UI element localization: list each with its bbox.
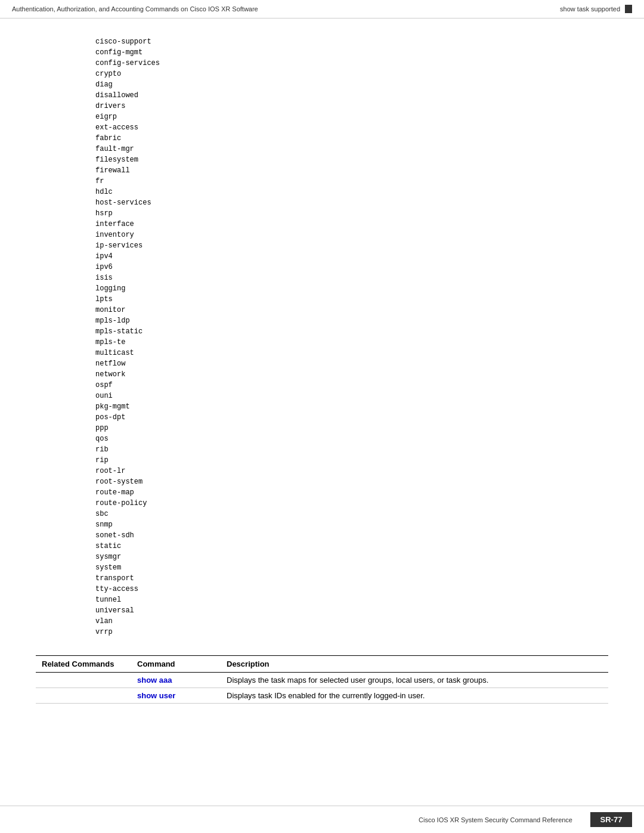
code-line: ospf: [95, 380, 608, 391]
code-line: hsrp: [95, 208, 608, 219]
header-right: show task supported: [560, 5, 632, 13]
code-line: rip: [95, 455, 608, 466]
code-line: diag: [95, 79, 608, 90]
table-row: show userDisplays task IDs enabled for t…: [36, 688, 608, 704]
row-label: [36, 688, 131, 704]
code-line: ipv4: [95, 251, 608, 262]
row-description: Displays the task maps for selected user…: [221, 673, 608, 688]
page-header: Authentication, Authorization, and Accou…: [0, 0, 644, 18]
code-line: route-map: [95, 487, 608, 498]
table-header-row: Related Commands Command Description: [36, 656, 608, 673]
code-line: ext-access: [95, 122, 608, 133]
code-line: static: [95, 541, 608, 552]
code-line: pos-dpt: [95, 412, 608, 423]
main-content: cisco-supportconfig-mgmtconfig-servicesc…: [0, 18, 644, 727]
page-footer: Cisco IOS XR System Security Command Ref…: [0, 806, 644, 833]
code-line: transport: [95, 573, 608, 584]
header-left-text: Authentication, Authorization, and Accou…: [12, 5, 258, 13]
code-block: cisco-supportconfig-mgmtconfig-servicesc…: [36, 36, 608, 637]
row-command[interactable]: show user: [131, 688, 221, 704]
code-line: root-system: [95, 476, 608, 487]
page: Authentication, Authorization, and Accou…: [0, 0, 644, 833]
code-line: fabric: [95, 133, 608, 144]
related-commands-section: Related Commands Command Description sho…: [36, 655, 608, 704]
related-commands-label: Related Commands: [36, 656, 131, 673]
code-line: cisco-support: [95, 36, 608, 47]
code-line: sysmgr: [95, 552, 608, 562]
code-line: isis: [95, 272, 608, 283]
code-line: filesystem: [95, 154, 608, 165]
code-line: ouni: [95, 391, 608, 401]
code-line: fr: [95, 176, 608, 187]
header-right-text: show task supported: [560, 5, 620, 13]
code-line: eigrp: [95, 112, 608, 122]
code-line: vrrp: [95, 627, 608, 637]
code-line: mpls-ldp: [95, 315, 608, 326]
footer-center-text: Cisco IOS XR System Security Command Ref…: [292, 816, 590, 823]
code-line: firewall: [95, 165, 608, 176]
code-line: logging: [95, 283, 608, 294]
code-line: fault-mgr: [95, 144, 608, 154]
code-line: sbc: [95, 509, 608, 519]
code-line: host-services: [95, 197, 608, 208]
code-line: ip-services: [95, 240, 608, 251]
code-line: pkg-mgmt: [95, 401, 608, 412]
header-bar-icon: [625, 5, 632, 13]
code-line: mpls-te: [95, 337, 608, 348]
code-line: netflow: [95, 358, 608, 369]
row-command[interactable]: show aaa: [131, 673, 221, 688]
code-line: universal: [95, 605, 608, 616]
code-line: mpls-static: [95, 326, 608, 337]
code-line: drivers: [95, 101, 608, 112]
code-line: interface: [95, 219, 608, 230]
code-line: ipv6: [95, 262, 608, 272]
code-line: root-lr: [95, 466, 608, 476]
description-col-header: Description: [221, 656, 608, 673]
code-line: hdlc: [95, 187, 608, 197]
row-label: [36, 673, 131, 688]
page-number: SR-77: [590, 812, 632, 827]
code-line: system: [95, 562, 608, 573]
code-line: lpts: [95, 294, 608, 305]
code-line: monitor: [95, 305, 608, 315]
row-description: Displays task IDs enabled for the curren…: [221, 688, 608, 704]
command-col-header: Command: [131, 656, 221, 673]
code-line: sonet-sdh: [95, 530, 608, 541]
code-line: config-mgmt: [95, 47, 608, 58]
code-line: inventory: [95, 230, 608, 240]
code-line: ppp: [95, 423, 608, 433]
code-line: config-services: [95, 58, 608, 69]
code-line: route-policy: [95, 498, 608, 509]
related-commands-table: Related Commands Command Description sho…: [36, 655, 608, 704]
code-line: crypto: [95, 69, 608, 79]
code-line: qos: [95, 433, 608, 444]
code-line: tunnel: [95, 594, 608, 605]
table-row: show aaaDisplays the task maps for selec…: [36, 673, 608, 688]
code-line: multicast: [95, 348, 608, 358]
code-line: snmp: [95, 519, 608, 530]
code-line: disallowed: [95, 90, 608, 101]
code-line: vlan: [95, 616, 608, 627]
code-line: tty-access: [95, 584, 608, 594]
code-line: rib: [95, 444, 608, 455]
code-line: network: [95, 369, 608, 380]
